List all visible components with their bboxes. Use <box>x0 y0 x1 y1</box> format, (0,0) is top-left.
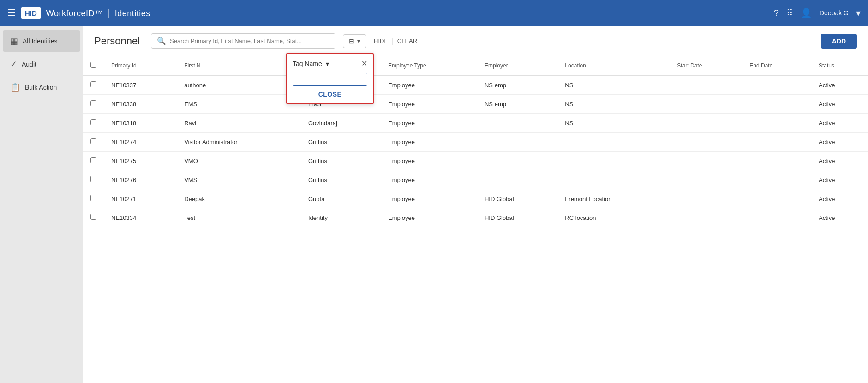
cell-last-name: Griffins <box>301 170 381 189</box>
cell-first-name: Test <box>177 208 301 227</box>
clear-button[interactable]: CLEAR <box>397 37 417 44</box>
cell-first-name: EMS <box>177 95 301 114</box>
col-end-date: End Date <box>742 56 811 75</box>
cell-primary-id: NE10271 <box>104 189 177 208</box>
table-container: Primary Id First N... Last Name Employee… <box>83 56 868 383</box>
cell-start-date <box>670 208 742 227</box>
apps-icon[interactable]: ⠿ <box>786 7 793 18</box>
layout: ▦ All Identities ✓ Audit 📋 Bulk Action P… <box>0 26 868 383</box>
cell-location <box>557 170 670 189</box>
hid-logo: HID <box>21 7 41 19</box>
row-checkbox-3[interactable] <box>90 138 96 144</box>
bulk-action-icon: 📋 <box>10 82 20 92</box>
cell-employer <box>477 114 557 133</box>
cell-end-date <box>742 208 811 227</box>
row-checkbox-7[interactable] <box>90 214 96 220</box>
tag-chevron-icon[interactable]: ▾ <box>326 60 329 67</box>
topnav-left: ☰ HID WorkforceID™ | Identities <box>7 7 150 19</box>
sidebar-item-audit[interactable]: ✓ Audit <box>3 54 80 75</box>
filter-actions: HIDE | CLEAR <box>374 37 417 45</box>
user-avatar-icon[interactable]: 👤 <box>801 7 812 18</box>
sidebar-item-bulk-action[interactable]: 📋 Bulk Action <box>3 77 80 98</box>
sidebar-item-all-identities[interactable]: ▦ All Identities <box>3 30 80 52</box>
col-primary-id: Primary Id <box>104 56 177 75</box>
col-first-name: First N... <box>177 56 301 75</box>
cell-status: Active <box>811 170 868 189</box>
cell-primary-id: NE10334 <box>104 208 177 227</box>
cell-primary-id: NE10274 <box>104 133 177 152</box>
cell-status: Active <box>811 133 868 152</box>
table-row: NE10276 VMS Griffins Employee Active <box>83 170 868 189</box>
cell-last-name: Govindaraj <box>301 114 381 133</box>
tag-close-button[interactable]: CLOSE <box>293 91 367 98</box>
cell-last-name: Griffins <box>301 133 381 152</box>
cell-first-name: Deepak <box>177 189 301 208</box>
tag-close-x-button[interactable]: ✕ <box>361 59 367 68</box>
cell-primary-id: NE10276 <box>104 170 177 189</box>
search-input[interactable] <box>170 37 329 44</box>
cell-location: NS <box>557 114 670 133</box>
tag-label-text: Tag Name: <box>293 60 324 67</box>
tag-name-input[interactable] <box>293 73 367 86</box>
filter-icon: ⊟ <box>349 37 354 45</box>
user-label: Deepak G <box>820 9 849 17</box>
cell-first-name: authone <box>177 75 301 95</box>
cell-employer <box>477 133 557 152</box>
cell-end-date <box>742 189 811 208</box>
table-row: NE10318 Ravi Govindaraj Employee NS Acti… <box>83 114 868 133</box>
sidebar-all-identities-label: All Identities <box>23 37 57 45</box>
row-checkbox-1[interactable] <box>90 100 96 106</box>
cell-primary-id: NE10337 <box>104 75 177 95</box>
row-checkbox-2[interactable] <box>90 119 96 125</box>
cell-emp-type: Employee <box>381 75 477 95</box>
main-content: Personnel 🔍 ⊟ ▾ HIDE | CLEAR ADD Tag Nam… <box>83 26 868 383</box>
cell-location: Fremont Location <box>557 189 670 208</box>
sidebar: ▦ All Identities ✓ Audit 📋 Bulk Action <box>0 26 83 383</box>
col-status: Status <box>811 56 868 75</box>
cell-status: Active <box>811 114 868 133</box>
cell-start-date <box>670 170 742 189</box>
user-chevron-icon[interactable]: ▾ <box>856 7 861 18</box>
dashboard-icon: ▦ <box>10 36 18 46</box>
header-bar: Personnel 🔍 ⊟ ▾ HIDE | CLEAR ADD Tag Nam… <box>83 26 868 56</box>
cell-last-name: Griffins <box>301 152 381 170</box>
topnav-right: ? ⠿ 👤 Deepak G ▾ <box>774 7 861 18</box>
search-icon: 🔍 <box>157 36 166 45</box>
hide-button[interactable]: HIDE <box>374 37 388 44</box>
cell-location: RC location <box>557 208 670 227</box>
table-row: NE10274 Visitor Administrator Griffins E… <box>83 133 868 152</box>
add-button[interactable]: ADD <box>821 34 857 49</box>
sidebar-bulk-action-label: Bulk Action <box>25 84 57 91</box>
cell-end-date <box>742 152 811 170</box>
cell-end-date <box>742 114 811 133</box>
workforce-title: WorkforceID™ <box>46 9 103 18</box>
cell-status: Active <box>811 189 868 208</box>
col-employer: Employer <box>477 56 557 75</box>
row-checkbox-0[interactable] <box>90 81 96 87</box>
cell-start-date <box>670 189 742 208</box>
filter-button[interactable]: ⊟ ▾ <box>343 34 366 48</box>
select-all-checkbox[interactable] <box>90 62 96 68</box>
hamburger-icon[interactable]: ☰ <box>7 7 16 18</box>
cell-location <box>557 133 670 152</box>
cell-end-date <box>742 170 811 189</box>
cell-primary-id: NE10275 <box>104 152 177 170</box>
cell-status: Active <box>811 208 868 227</box>
cell-first-name: VMS <box>177 170 301 189</box>
app-title: WorkforceID™ | Identities <box>46 8 150 18</box>
row-checkbox-5[interactable] <box>90 176 96 182</box>
cell-start-date <box>670 152 742 170</box>
topnav: ☰ HID WorkforceID™ | Identities ? ⠿ 👤 De… <box>0 0 868 26</box>
cell-status: Active <box>811 95 868 114</box>
cell-first-name: VMO <box>177 152 301 170</box>
cell-emp-type: Employee <box>381 189 477 208</box>
help-icon[interactable]: ? <box>774 8 779 18</box>
personnel-table: Primary Id First N... Last Name Employee… <box>83 56 868 227</box>
cell-first-name: Ravi <box>177 114 301 133</box>
cell-start-date <box>670 75 742 95</box>
tag-popover-header: Tag Name: ▾ ✕ <box>293 59 367 68</box>
cell-last-name: Gupta <box>301 189 381 208</box>
row-checkbox-6[interactable] <box>90 195 96 201</box>
row-checkbox-4[interactable] <box>90 157 96 163</box>
audit-icon: ✓ <box>10 59 17 69</box>
